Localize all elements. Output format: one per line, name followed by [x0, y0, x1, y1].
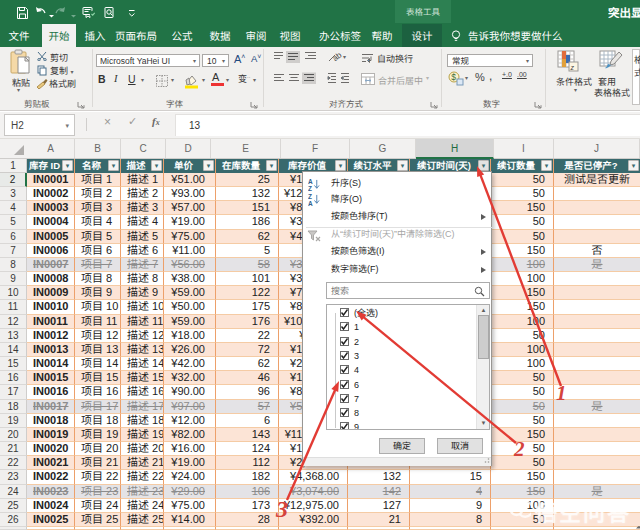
- svg-text:2: 2: [513, 437, 525, 461]
- svg-text:1: 1: [556, 381, 567, 405]
- svg-text:3: 3: [275, 496, 288, 522]
